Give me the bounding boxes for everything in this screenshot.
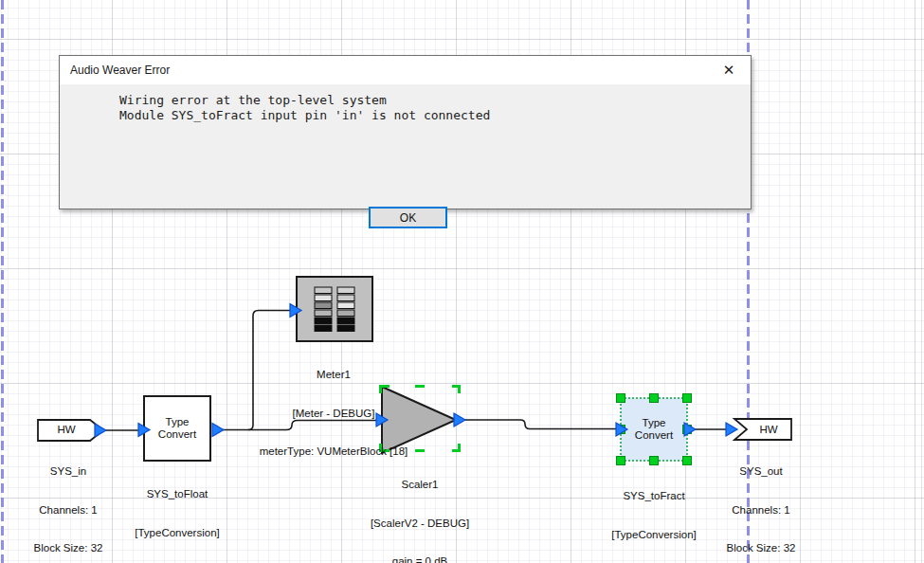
meter-led-segment — [337, 295, 354, 301]
selection-handle — [452, 444, 460, 451]
output-pin-icon[interactable] — [454, 413, 465, 427]
meter-led-segment — [337, 302, 354, 309]
output-pin-icon[interactable] — [95, 424, 106, 437]
type-convert-tofloat-label: TypeConvert — [158, 416, 196, 440]
output-pin-icon[interactable] — [212, 424, 224, 437]
error-message: Wiring error at the top-level systemModu… — [119, 93, 490, 122]
dialog-body: Wiring error at the top-level systemModu… — [60, 84, 751, 209]
type-convert-tofract-caption: SYS_toFract [TypeConversion] float --> f… — [611, 464, 697, 563]
meter-led-segment — [337, 325, 354, 332]
scaler-caption: Scaler1 [ScalerV2 - DEBUG] gain = 0 dB s… — [356, 453, 484, 563]
meter-led-segment — [337, 318, 354, 324]
hw-in-label: HW — [57, 424, 75, 436]
meter-led-segment — [337, 287, 354, 294]
type-convert-tofract-label: TypeConvert — [635, 417, 673, 441]
selection-handle[interactable] — [650, 394, 659, 403]
dialog-titlebar[interactable]: Audio Weaver Error ✕ — [60, 56, 751, 84]
wire[interactable] — [464, 420, 617, 429]
selection-handle[interactable] — [617, 394, 625, 403]
hw-out-caption: SYS_out Channels: 1 Block Size: 32 Sampl… — [712, 440, 811, 563]
hw-in-caption: SYS_in Channels: 1 Block Size: 32 Sample… — [19, 440, 118, 563]
hw-out-label: HW — [759, 424, 777, 436]
meter-led-segment — [337, 310, 354, 317]
ok-button[interactable]: OK — [369, 207, 447, 228]
meter-led-segment — [315, 302, 332, 309]
type-convert-tofloat-caption: SYS_toFloat [TypeConversion] fract32 -->… — [135, 463, 220, 563]
design-canvas[interactable]: HW TypeConvert TypeConvert HW SYS_in Cha… — [0, 0, 924, 563]
meter-led-segment — [315, 325, 332, 332]
meter-led-segment — [315, 318, 332, 324]
selection-handle[interactable] — [683, 394, 692, 403]
close-icon[interactable]: ✕ — [709, 56, 749, 83]
input-pin-icon[interactable] — [726, 423, 737, 436]
meter-led-segment — [315, 295, 332, 301]
meter-led-segment — [315, 310, 332, 317]
error-dialog: Audio Weaver Error ✕ Wiring error at the… — [59, 55, 752, 209]
meter-block[interactable] — [297, 277, 372, 341]
dialog-title: Audio Weaver Error — [70, 64, 170, 77]
selection-handle — [452, 387, 460, 394]
meter-led-segment — [315, 287, 332, 294]
